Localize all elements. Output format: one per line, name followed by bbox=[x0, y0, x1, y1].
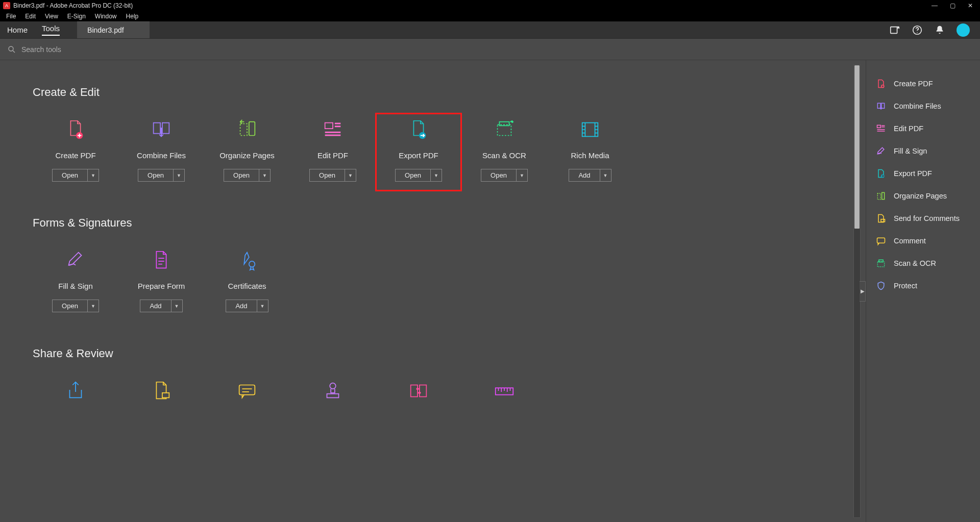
export-pdf-icon bbox=[875, 168, 887, 179]
app-icon: A bbox=[3, 2, 10, 9]
open-button[interactable]: Open bbox=[481, 169, 516, 181]
panel-collapse-handle[interactable]: ▶ bbox=[860, 281, 866, 302]
open-button[interactable]: Open bbox=[53, 169, 87, 181]
tool-fill-sign[interactable]: Fill & Sign Open ▼ bbox=[33, 244, 118, 321]
chevron-down-icon[interactable]: ▼ bbox=[600, 169, 611, 181]
svg-rect-9 bbox=[325, 135, 341, 136]
svg-rect-29 bbox=[881, 219, 885, 222]
add-button[interactable]: Add bbox=[140, 300, 170, 312]
tool-measure[interactable] bbox=[461, 375, 547, 421]
tool-create-pdf[interactable]: Create PDF Open ▼ bbox=[33, 113, 118, 191]
tool-certificates[interactable]: Certificates Add ▼ bbox=[204, 244, 290, 321]
menu-window[interactable]: Window bbox=[91, 12, 121, 21]
fill-sign-icon bbox=[875, 145, 887, 157]
svg-point-19 bbox=[330, 383, 336, 389]
help-icon[interactable] bbox=[912, 24, 923, 36]
tool-combine-files[interactable]: Combine Files Open ▼ bbox=[118, 113, 204, 191]
organize-pages-icon bbox=[875, 190, 887, 202]
add-button[interactable]: Add bbox=[569, 169, 599, 181]
search-icon bbox=[7, 45, 16, 54]
titlebar: A Binder3.pdf - Adobe Acrobat Pro DC (32… bbox=[0, 0, 980, 11]
open-button[interactable]: Open bbox=[224, 169, 259, 181]
open-button[interactable]: Open bbox=[53, 300, 87, 312]
tool-organize-pages[interactable]: Organize Pages Open ▼ bbox=[204, 113, 290, 191]
tool-prepare-form[interactable]: Prepare Form Add ▼ bbox=[118, 244, 204, 321]
rp-create-pdf[interactable]: Create PDF bbox=[866, 72, 980, 95]
svg-point-3 bbox=[9, 46, 13, 51]
maximize-button[interactable]: ▢ bbox=[950, 2, 955, 9]
svg-rect-11 bbox=[335, 126, 341, 127]
window-title: Binder3.pdf - Adobe Acrobat Pro DC (32-b… bbox=[13, 2, 133, 9]
svg-rect-22 bbox=[420, 385, 426, 397]
share-icon bbox=[63, 379, 88, 403]
sync-icon[interactable] bbox=[889, 24, 900, 36]
search-input[interactable] bbox=[21, 45, 226, 54]
rp-fill-sign[interactable]: Fill & Sign bbox=[866, 140, 980, 162]
rp-protect[interactable]: Protect bbox=[866, 275, 980, 297]
menu-file[interactable]: File bbox=[2, 12, 20, 21]
chevron-down-icon[interactable]: ▼ bbox=[87, 169, 99, 181]
rp-label: Organize Pages bbox=[894, 192, 947, 200]
tab-home[interactable]: Home bbox=[0, 21, 35, 38]
avatar[interactable] bbox=[957, 23, 970, 37]
chevron-down-icon[interactable]: ▼ bbox=[171, 300, 182, 312]
tool-scan-ocr[interactable]: Scan & OCR Open ▼ bbox=[461, 113, 547, 191]
tool-send-comments[interactable] bbox=[118, 375, 204, 421]
chevron-down-icon[interactable]: ▼ bbox=[345, 169, 356, 181]
open-button[interactable]: Open bbox=[310, 169, 345, 181]
rp-export-pdf[interactable]: Export PDF bbox=[866, 162, 980, 185]
rp-label: Scan & OCR bbox=[894, 259, 936, 267]
tool-share[interactable] bbox=[33, 375, 118, 421]
tool-stamp[interactable] bbox=[290, 375, 376, 421]
chevron-down-icon[interactable]: ▼ bbox=[173, 169, 184, 181]
menu-help[interactable]: Help bbox=[122, 12, 143, 21]
tool-export-pdf[interactable]: Export PDF Open ▼ bbox=[376, 113, 461, 191]
tool-label: Export PDF bbox=[399, 151, 438, 160]
section-title-forms: Forms & Signatures bbox=[33, 216, 835, 230]
svg-rect-5 bbox=[240, 124, 247, 136]
rp-send-comments[interactable]: Send for Comments bbox=[866, 207, 980, 230]
add-button[interactable]: Add bbox=[226, 300, 256, 312]
rp-comment[interactable]: Comment bbox=[866, 230, 980, 252]
svg-rect-30 bbox=[877, 238, 885, 243]
send-comments-icon bbox=[875, 213, 887, 224]
tool-rich-media[interactable]: Rich Media Add ▼ bbox=[547, 113, 633, 191]
tool-label: Organize Pages bbox=[219, 151, 275, 160]
chevron-down-icon[interactable]: ▼ bbox=[516, 169, 527, 181]
svg-rect-6 bbox=[249, 122, 255, 136]
edit-pdf-icon bbox=[321, 117, 345, 142]
menu-esign[interactable]: E-Sign bbox=[63, 12, 90, 21]
rp-label: Send for Comments bbox=[894, 214, 960, 222]
rp-edit-pdf[interactable]: Edit PDF bbox=[866, 117, 980, 140]
rp-label: Protect bbox=[894, 282, 917, 290]
bell-icon[interactable] bbox=[934, 24, 945, 36]
tool-comment[interactable] bbox=[204, 375, 290, 421]
minimize-button[interactable]: — bbox=[932, 2, 938, 9]
tab-row: Home Tools Binder3.pdf bbox=[0, 21, 980, 39]
chevron-down-icon[interactable]: ▼ bbox=[430, 169, 442, 181]
svg-rect-21 bbox=[411, 385, 418, 397]
close-button[interactable]: ✕ bbox=[968, 2, 973, 9]
rp-label: Export PDF bbox=[894, 169, 932, 178]
open-button[interactable]: Open bbox=[396, 169, 430, 181]
tool-label: Certificates bbox=[228, 282, 266, 290]
document-tab[interactable]: Binder3.pdf bbox=[77, 21, 150, 38]
open-button[interactable]: Open bbox=[138, 169, 173, 181]
rp-organize-pages[interactable]: Organize Pages bbox=[866, 185, 980, 207]
rp-combine-files[interactable]: Combine Files bbox=[866, 95, 980, 117]
combine-files-icon bbox=[149, 117, 174, 142]
chevron-down-icon[interactable]: ▼ bbox=[259, 169, 270, 181]
svg-rect-13 bbox=[498, 125, 511, 135]
create-pdf-icon bbox=[875, 78, 887, 89]
rp-scan-ocr[interactable]: Scan & OCR bbox=[866, 252, 980, 275]
menu-edit[interactable]: Edit bbox=[21, 12, 40, 21]
chevron-down-icon[interactable]: ▼ bbox=[87, 300, 99, 312]
tool-compare[interactable] bbox=[376, 375, 461, 421]
certificates-icon bbox=[235, 248, 259, 272]
svg-rect-28 bbox=[882, 192, 885, 199]
tab-tools[interactable]: Tools bbox=[35, 21, 67, 38]
menu-view[interactable]: View bbox=[41, 12, 62, 21]
tool-edit-pdf[interactable]: Edit PDF Open ▼ bbox=[290, 113, 376, 191]
chevron-down-icon[interactable]: ▼ bbox=[257, 300, 268, 312]
fill-sign-icon bbox=[63, 248, 88, 272]
